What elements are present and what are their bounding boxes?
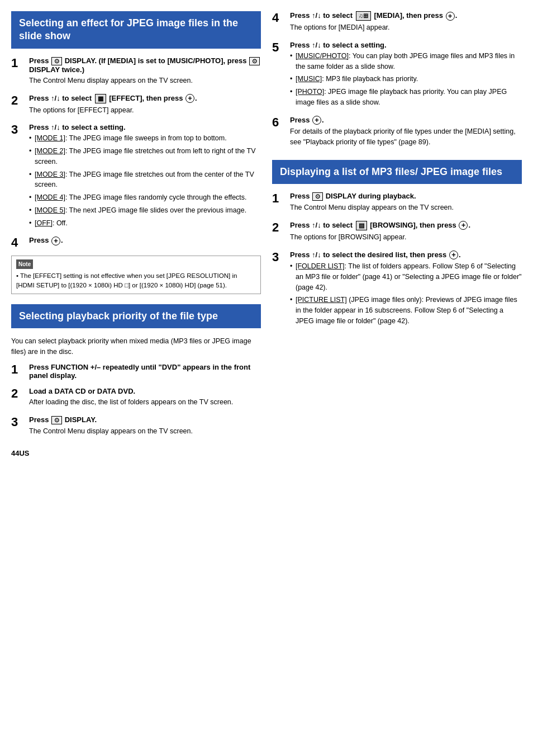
step-p1-title: Press FUNCTION +/– repeatedly until "DVD… <box>29 363 261 380</box>
step-num-1: 1 <box>11 56 27 70</box>
circle-plus-2: + <box>185 94 194 103</box>
bullet-off: [OFF]: Off. <box>29 218 261 229</box>
step-2-body: The options for [EFFECT] appear. <box>29 105 261 116</box>
step-l3-bullets: [FOLDER LIST]: The list of folders appea… <box>290 261 522 327</box>
step-p3-body: The Control Menu display appears on the … <box>29 426 261 437</box>
step-l3-title: Press ↑/↓ to select the desired list, th… <box>290 251 522 260</box>
step-num-2: 2 <box>11 94 27 107</box>
step-num-l2: 2 <box>272 221 288 234</box>
note-text: • The [EFFECT] setting is not effective … <box>16 271 256 291</box>
right-column: 4 Press ↑/↓ to select ♫⊞ [MEDIA], then p… <box>272 11 522 457</box>
step-num-r6: 6 <box>272 116 288 129</box>
section-display-list-header: Displaying a list of MP3 files/ JPEG ima… <box>272 160 522 184</box>
display-icon-1b: ⊙ <box>249 57 260 65</box>
step-p2-content: Load a DATA CD or DATA DVD. After loadin… <box>29 387 261 410</box>
step-r5-bullets: [MUSIC/PHOTO]: You can play both JPEG im… <box>290 51 522 108</box>
section-display-list: Displaying a list of MP3 files/ JPEG ima… <box>272 160 522 329</box>
step-1-list: 1 Press ⊙ DISPLAY during playback. The C… <box>272 192 522 215</box>
step-4-effect: 4 Press +. <box>11 236 261 249</box>
step-3-list: 3 Press ↑/↓ to select the desired list, … <box>272 251 522 329</box>
step-r6-title: Press +. <box>290 116 522 125</box>
step-p1-content: Press FUNCTION +/– repeatedly until "DVD… <box>29 363 261 381</box>
step-l1-body: The Control Menu display appears on the … <box>290 202 522 213</box>
step-p3-title: Press ⊙ DISPLAY. <box>29 415 261 424</box>
step-num-r5: 5 <box>272 41 288 54</box>
step-p2-body: After loading the disc, the list of fold… <box>29 397 261 408</box>
left-column: Selecting an effect for JPEG image files… <box>11 11 261 457</box>
step-num-l3: 3 <box>272 251 288 264</box>
step-num-p3: 3 <box>11 415 27 429</box>
step-2-effect: 2 Press ↑/↓ to select ▦ [EFFECT], then p… <box>11 94 261 118</box>
step-num-4: 4 <box>11 236 27 249</box>
step-3-bullets: [MODE 1]: The JPEG image file sweeps in … <box>29 133 261 228</box>
step-r6-content: Press +. For details of the playback pri… <box>290 116 522 150</box>
bullet-mode4: [MODE 4]: The JPEG image files randomly … <box>29 192 261 203</box>
step-1-content: Press ⊙ DISPLAY. (If [MEDIA] is set to [… <box>29 56 261 88</box>
step-1-body: The Control Menu display appears on the … <box>29 75 261 86</box>
step-2-list: 2 Press ↑/↓ to select ▤ [BROWSING], then… <box>272 221 522 245</box>
step-3-effect: 3 Press ↑/↓ to select a setting. [MODE 1… <box>11 123 261 230</box>
bullet-picture-list: [PICTURE LIST] (JPEG image files only): … <box>290 295 522 326</box>
step-num-p1: 1 <box>11 363 27 376</box>
step-p2-title: Load a DATA CD or DATA DVD. <box>29 387 261 395</box>
section-jpeg-effect-header: Selecting an effect for JPEG image files… <box>11 11 261 49</box>
browsing-icon: ▤ <box>356 221 367 230</box>
step-l2-title: Press ↑/↓ to select ▤ [BROWSING], then p… <box>290 221 522 230</box>
step-r4-content: Press ↑/↓ to select ♫⊞ [MEDIA], then pre… <box>290 11 522 35</box>
circle-plus-r6: + <box>312 116 321 125</box>
note-label: Note <box>16 259 33 269</box>
step-num-p2: 2 <box>11 387 27 400</box>
step-l3-content: Press ↑/↓ to select the desired list, th… <box>290 251 522 329</box>
step-3-content: Press ↑/↓ to select a setting. [MODE 1]:… <box>29 123 261 230</box>
step-l2-content: Press ↑/↓ to select ▤ [BROWSING], then p… <box>290 221 522 245</box>
step-4-media: 4 Press ↑/↓ to select ♫⊞ [MEDIA], then p… <box>272 11 522 35</box>
step-r5-content: Press ↑/↓ to select a setting. [MUSIC/PH… <box>290 41 522 110</box>
note-box: Note • The [EFFECT] setting is not effec… <box>11 256 261 295</box>
bullet-music-photo: [MUSIC/PHOTO]: You can play both JPEG im… <box>290 51 522 72</box>
step-5-media: 5 Press ↑/↓ to select a setting. [MUSIC/… <box>272 41 522 110</box>
section-playback-priority: Selecting playback priority of the file … <box>11 304 261 438</box>
bullet-music: [MUSIC]: MP3 file playback has priority. <box>290 74 522 84</box>
section-jpeg-effect: Selecting an effect for JPEG image files… <box>11 11 261 294</box>
step-3-title: Press ↑/↓ to select a setting. <box>29 123 261 131</box>
display-icon-l1: ⊙ <box>312 192 323 201</box>
step-3-playback: 3 Press ⊙ DISPLAY. The Control Menu disp… <box>11 415 261 439</box>
page-number: 44US <box>11 449 30 457</box>
bullet-mode1: [MODE 1]: The JPEG image file sweeps in … <box>29 133 261 144</box>
step-4-title: Press +. <box>29 236 261 245</box>
bullet-mode5: [MODE 5]: The next JPEG image file slide… <box>29 205 261 216</box>
step-r5-title: Press ↑/↓ to select a setting. <box>290 41 522 49</box>
effect-icon: ▦ <box>95 94 106 103</box>
display-icon-p3: ⊙ <box>51 416 62 424</box>
step-1-playback: 1 Press FUNCTION +/– repeatedly until "D… <box>11 363 261 381</box>
page-layout: Selecting an effect for JPEG image files… <box>11 11 522 457</box>
step-1-effect: 1 Press ⊙ DISPLAY. (If [MEDIA] is set to… <box>11 56 261 88</box>
circle-plus-4: + <box>51 237 60 245</box>
step-1-title: Press ⊙ DISPLAY. (If [MEDIA] is set to [… <box>29 56 261 74</box>
bullet-mode3: [MODE 3]: The JPEG image file stretches … <box>29 169 261 191</box>
step-2-playback: 2 Load a DATA CD or DATA DVD. After load… <box>11 387 261 410</box>
bullet-folder-list: [FOLDER LIST]: The list of folders appea… <box>290 261 522 292</box>
step-6-media: 6 Press +. For details of the playback p… <box>272 116 522 150</box>
media-icon: ♫⊞ <box>356 11 371 21</box>
display-icon-1: ⊙ <box>51 57 62 65</box>
step-2-title: Press ↑/↓ to select ▦ [EFFECT], then pre… <box>29 94 261 103</box>
circle-plus-l2: + <box>459 221 468 230</box>
bullet-mode2: [MODE 2]: The JPEG image file stretches … <box>29 146 261 167</box>
step-r6-body: For details of the playback priority of … <box>290 126 522 148</box>
step-r4-body: The options for [MEDIA] appear. <box>290 22 522 33</box>
step-l1-title: Press ⊙ DISPLAY during playback. <box>290 192 522 201</box>
playback-intro: You can select playback priority when mi… <box>11 336 261 357</box>
step-num-r4: 4 <box>272 11 288 25</box>
step-num-3: 3 <box>11 123 27 136</box>
step-2-content: Press ↑/↓ to select ▦ [EFFECT], then pre… <box>29 94 261 118</box>
step-l1-content: Press ⊙ DISPLAY during playback. The Con… <box>290 192 522 215</box>
circle-plus-r4: + <box>446 12 455 21</box>
page-footer: 44US <box>11 449 261 457</box>
step-num-l1: 1 <box>272 192 288 205</box>
step-p3-content: Press ⊙ DISPLAY. The Control Menu displa… <box>29 415 261 439</box>
step-l2-body: The options for [BROWSING] appear. <box>290 232 522 243</box>
circle-plus-l3: + <box>449 251 458 259</box>
step-r4-title: Press ↑/↓ to select ♫⊞ [MEDIA], then pre… <box>290 11 522 21</box>
section-playback-header: Selecting playback priority of the file … <box>11 304 261 328</box>
